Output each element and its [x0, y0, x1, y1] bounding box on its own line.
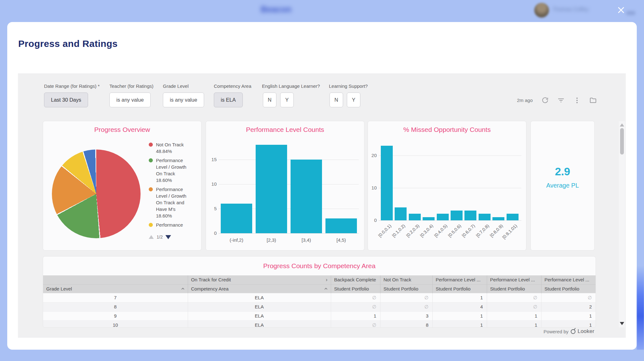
y-axis-tick: 15 — [207, 156, 217, 163]
filter-option-y[interactable]: Y — [347, 93, 360, 107]
column-subheader[interactable]: Student Portfolio — [331, 284, 380, 293]
looker-logo-icon — [571, 329, 575, 334]
table-cell[interactable]: ∅ — [541, 293, 596, 302]
user-avatar[interactable] — [534, 3, 549, 18]
filter-teacher: Teacher (for Ratings) is any value — [109, 83, 153, 107]
table-row: 8ELA∅∅4∅2 — [43, 302, 596, 311]
table-cell[interactable]: 10 — [43, 320, 188, 327]
legend-item[interactable]: PerformanceLevel / GrowthOn Track andHav… — [149, 186, 198, 219]
legend-item[interactable]: Not On Track48.84% — [149, 141, 198, 155]
measure-header[interactable]: Performance Level ... — [541, 275, 596, 284]
measure-header[interactable]: Performance Level ... — [487, 275, 541, 284]
table-cell[interactable]: 1 — [487, 311, 541, 320]
dashboard-scrollbar[interactable] — [619, 121, 625, 327]
table-cell[interactable]: 1 — [541, 320, 596, 327]
user-name-blurred[interactable]: Thomas Coffey — [552, 6, 607, 13]
bar-[0.1,0.2)[interactable] — [395, 207, 407, 220]
x-axis-line — [379, 220, 521, 221]
table-cell[interactable]: ∅ — [487, 302, 541, 311]
column-header-grade-level[interactable]: Grade Level — [43, 284, 188, 293]
column-subheader[interactable]: Student Portfolio — [380, 284, 432, 293]
table-cell[interactable]: ELA — [188, 293, 331, 302]
table-cell[interactable]: 4 — [432, 302, 487, 311]
x-axis-line — [219, 233, 359, 234]
kebab-menu-icon[interactable] — [573, 97, 581, 104]
measure-header[interactable]: Performance Level ... — [432, 275, 487, 284]
table-cell[interactable]: ELA — [188, 302, 331, 311]
scroll-down-icon[interactable] — [620, 322, 624, 325]
refresh-icon[interactable] — [541, 97, 549, 104]
table-cell[interactable]: ∅ — [380, 302, 432, 311]
legend-item[interactable]: Performance — [149, 222, 198, 228]
column-subheader[interactable]: Student Portfolio — [432, 284, 487, 293]
table-cell[interactable]: 1 — [487, 320, 541, 327]
column-subheader[interactable]: Student Portfolio — [541, 284, 596, 293]
expand-chevron-icon[interactable]: › — [326, 277, 328, 283]
progress-pie-chart[interactable] — [52, 149, 141, 238]
scrollbar-thumb[interactable] — [620, 128, 624, 155]
legend-page-up-icon[interactable] — [149, 235, 154, 239]
filter-label: Date Range (for Ratings) * — [44, 83, 100, 89]
bar-[0.2,0.3)[interactable] — [409, 214, 421, 220]
table-cell[interactable]: ∅ — [331, 320, 380, 327]
filter-competency-area: Competency Area is ELA — [214, 83, 251, 107]
bar-[3,4)[interactable] — [291, 160, 322, 233]
group-header-on-track-for-credit[interactable]: On Track for Credit › — [188, 275, 331, 284]
null-value: ∅ — [424, 304, 428, 309]
filter-option-n[interactable]: N — [330, 93, 343, 107]
measure-header[interactable]: Backpack Complete — [331, 275, 380, 284]
average-pl-label: Average PL — [546, 182, 579, 189]
table-cell[interactable]: 2 — [541, 302, 596, 311]
bar-[0.6,0.7)[interactable] — [464, 211, 476, 220]
table-cell[interactable]: 1 — [432, 320, 487, 327]
tile-average-pl: 2.9 Average PL — [531, 121, 594, 250]
filter-option-n[interactable]: N — [263, 93, 276, 107]
table-cell[interactable]: 1 — [432, 311, 487, 320]
bar-[0.0,0.1)[interactable] — [381, 146, 393, 220]
table-cell[interactable]: ∅ — [380, 293, 432, 302]
filter-option-y[interactable]: Y — [280, 93, 294, 107]
table-cell[interactable]: 8 — [43, 302, 188, 311]
average-pl-value: 2.9 — [555, 165, 570, 178]
bar-[0.9,1.01)[interactable] — [507, 214, 519, 220]
bar-[4,5)[interactable] — [325, 218, 357, 233]
bar-[0.8,0.9)[interactable] — [492, 217, 504, 220]
column-header-label: Competency Area — [191, 286, 229, 291]
table-cell[interactable]: 3 — [380, 311, 432, 320]
table-cell[interactable]: ∅ — [487, 293, 541, 302]
table-cell[interactable]: 1 — [541, 311, 596, 320]
bar-[0.7,0.8)[interactable] — [479, 214, 491, 220]
tile-performance-level-counts: Performance Level Counts 051015(-inf,2)[… — [206, 121, 364, 250]
close-icon[interactable] — [616, 5, 626, 15]
measure-header[interactable]: Not On Track — [380, 275, 432, 284]
table-cell[interactable]: ∅ — [331, 293, 380, 302]
column-subheader[interactable]: Student Portfolio — [487, 284, 541, 293]
filter-value-button[interactable]: Last 30 Days — [44, 93, 88, 107]
looker-brand-link[interactable]: Looker — [578, 328, 594, 335]
gridline — [379, 188, 521, 188]
filter-value-button[interactable]: is any value — [109, 93, 151, 107]
tile-progress-counts-table: Progress Counts by Competency Area On Tr… — [43, 257, 596, 327]
table-cell[interactable]: ∅ — [331, 302, 380, 311]
filter-value-button[interactable]: is ELA — [214, 93, 243, 107]
folder-icon[interactable] — [589, 97, 597, 104]
y-axis-tick: 0 — [207, 230, 217, 236]
bar-[0.3,0.4)[interactable] — [423, 217, 435, 220]
scroll-up-icon[interactable] — [620, 123, 624, 127]
table-cell[interactable]: 1 — [432, 293, 487, 302]
table-cell[interactable]: ELA — [188, 311, 331, 320]
table-cell[interactable]: 8 — [380, 320, 432, 327]
filter-value-button[interactable]: is any value — [163, 93, 204, 107]
bar-[0.5,0.6)[interactable] — [451, 211, 463, 220]
table-cell[interactable]: 1 — [331, 311, 380, 320]
legend-page-down-icon[interactable] — [165, 235, 171, 239]
bar-[0.4,0.5)[interactable] — [437, 214, 449, 220]
table-cell[interactable]: ELA — [188, 320, 331, 327]
legend-item[interactable]: PerformanceLevel / GrowthOn Track18.60% — [149, 157, 198, 183]
bar-(-inf,2)[interactable] — [221, 204, 252, 233]
bar-[2,3)[interactable] — [256, 145, 287, 233]
filter-icon[interactable] — [557, 97, 565, 104]
table-cell[interactable]: 7 — [43, 293, 188, 302]
table-cell[interactable]: 9 — [43, 311, 188, 320]
column-header-competency-area[interactable]: Competency Area — [188, 284, 331, 293]
